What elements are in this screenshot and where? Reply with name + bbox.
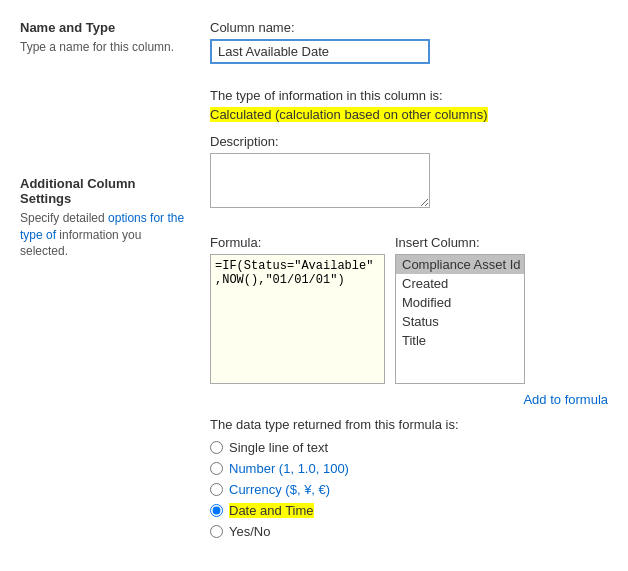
data-type-section: The data type returned from this formula…	[210, 417, 608, 539]
list-item[interactable]: Modified	[396, 293, 524, 312]
radio-option-single-line: Single line of text	[210, 440, 608, 455]
radio-single-line[interactable]	[210, 441, 223, 454]
description-group: Description:	[210, 134, 608, 223]
list-item[interactable]: Title	[396, 331, 524, 350]
radio-label-number[interactable]: Number (1, 1.0, 100)	[229, 461, 349, 476]
additional-settings-title: Additional Column Settings	[20, 176, 185, 206]
radio-datetime[interactable]	[210, 504, 223, 517]
column-name-group: Column name:	[210, 20, 608, 76]
list-item[interactable]: Compliance Asset Id	[396, 255, 524, 274]
page-container: Name and Type Type a name for this colum…	[0, 20, 628, 545]
type-info-label: The type of information in this column i…	[210, 88, 608, 103]
radio-option-datetime: Date and Time	[210, 503, 608, 518]
radio-option-number: Number (1, 1.0, 100)	[210, 461, 608, 476]
type-info-highlighted: Calculated (calculation based on other c…	[210, 107, 488, 122]
insert-column-section: Insert Column: Compliance Asset Id Creat…	[395, 235, 525, 384]
name-and-type-desc: Type a name for this column.	[20, 39, 185, 56]
radio-currency[interactable]	[210, 483, 223, 496]
right-panel: Column name: The type of information in …	[200, 20, 628, 545]
formula-insert-section: Formula: =IF(Status="Available",NOW(),"0…	[210, 235, 608, 384]
left-panel: Name and Type Type a name for this colum…	[0, 20, 200, 545]
additional-settings-desc: Specify detailed options for the type of…	[20, 210, 185, 260]
formula-left: Formula: =IF(Status="Available",NOW(),"0…	[210, 235, 385, 384]
radio-label-datetime[interactable]: Date and Time	[229, 503, 314, 518]
radio-label-yesno[interactable]: Yes/No	[229, 524, 270, 539]
insert-column-label: Insert Column:	[395, 235, 525, 250]
radio-option-yesno: Yes/No	[210, 524, 608, 539]
column-name-input[interactable]	[210, 39, 430, 64]
formula-textarea[interactable]: =IF(Status="Available",NOW(),"01/01/01")	[210, 254, 385, 384]
radio-label-currency[interactable]: Currency ($, ¥, €)	[229, 482, 330, 497]
data-type-title: The data type returned from this formula…	[210, 417, 608, 432]
list-item[interactable]: Status	[396, 312, 524, 331]
list-item[interactable]: Created	[396, 274, 524, 293]
additional-section: Additional Column Settings Specify detai…	[20, 176, 185, 260]
add-to-formula-row: Add to formula	[210, 392, 608, 407]
radio-yesno[interactable]	[210, 525, 223, 538]
type-info-group: The type of information in this column i…	[210, 88, 608, 122]
options-link[interactable]: options for the type of	[20, 211, 184, 242]
formula-label: Formula:	[210, 235, 385, 250]
type-info-value: Calculated (calculation based on other c…	[210, 107, 608, 122]
radio-label-single-line[interactable]: Single line of text	[229, 440, 328, 455]
name-and-type-title: Name and Type	[20, 20, 185, 35]
description-label: Description:	[210, 134, 608, 149]
add-to-formula-link[interactable]: Add to formula	[523, 392, 608, 407]
column-listbox[interactable]: Compliance Asset Id Created Modified Sta…	[395, 254, 525, 384]
radio-number[interactable]	[210, 462, 223, 475]
description-textarea[interactable]	[210, 153, 430, 208]
column-name-label: Column name:	[210, 20, 608, 35]
radio-option-currency: Currency ($, ¥, €)	[210, 482, 608, 497]
